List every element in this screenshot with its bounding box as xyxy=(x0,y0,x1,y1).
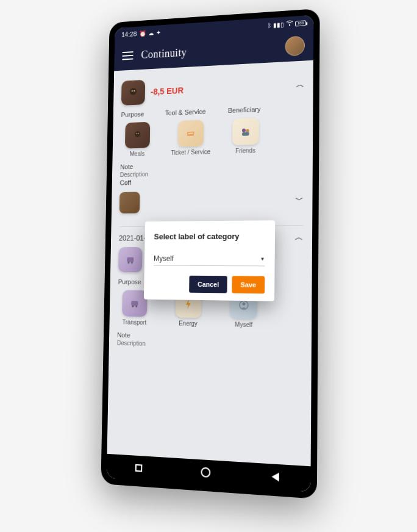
col-tool-label: Tool & Service xyxy=(165,107,218,117)
bluetooth-icon: ᛒ xyxy=(268,22,271,29)
nav-back-button[interactable] xyxy=(271,472,279,481)
nav-home-button[interactable] xyxy=(201,467,210,478)
amount-1: -8,5 EUR xyxy=(151,81,290,96)
tool-label-1: Ticket / Service xyxy=(171,148,210,156)
modal-title: Select label of category xyxy=(154,232,265,242)
transport-icon[interactable] xyxy=(118,247,143,272)
purpose-label-1: Meals xyxy=(130,150,145,157)
category-modal: Select label of category Myself ▼ Cancel… xyxy=(144,220,275,301)
chevron-down-icon: ▼ xyxy=(260,256,265,262)
svg-point-19 xyxy=(242,302,245,305)
avatar[interactable] xyxy=(285,35,305,56)
purpose-label-2: Transport xyxy=(123,318,147,326)
column-labels-1: Purpose Tool & Service Beneficiary xyxy=(121,104,305,118)
leaf-icon: ✦ xyxy=(156,29,161,35)
app-title: Continuity xyxy=(141,41,276,61)
alarm-icon: ⏰ xyxy=(139,30,146,37)
tool-label-2: Energy xyxy=(179,320,198,327)
signal-icon: ▮▮▯ xyxy=(273,21,284,28)
friends-tile-icon xyxy=(232,118,259,145)
svg-rect-15 xyxy=(131,301,138,306)
svg-point-9 xyxy=(242,129,246,132)
svg-point-4 xyxy=(135,131,140,137)
wifi-icon xyxy=(286,20,293,28)
beneficiary-label-2: Myself xyxy=(235,321,252,328)
battery-icon: 100 xyxy=(295,20,306,26)
svg-point-1 xyxy=(130,88,137,95)
svg-rect-12 xyxy=(127,257,134,262)
expand-icon[interactable]: ︿ xyxy=(294,232,303,243)
purpose-cell[interactable]: Meals xyxy=(120,121,154,157)
collapse-icon[interactable]: ︿ xyxy=(296,79,304,91)
meals-icon[interactable] xyxy=(121,80,145,106)
tool-cell[interactable]: Ticket / Service xyxy=(165,120,218,157)
svg-point-0 xyxy=(289,24,290,26)
save-button[interactable]: Save xyxy=(232,276,265,293)
nav-recent-button[interactable] xyxy=(135,464,143,472)
attachment-tile-icon[interactable] xyxy=(119,192,140,213)
screen: 14:28 ⏰ ☁ ✦ ᛒ ▮▮▯ 100 Continuity xyxy=(107,15,314,492)
svg-rect-11 xyxy=(242,132,249,135)
menu-icon[interactable] xyxy=(122,51,134,60)
dropdown-value: Myself xyxy=(154,254,174,263)
category-dropdown[interactable]: Myself ▼ xyxy=(154,254,265,267)
phone-frame: 14:28 ⏰ ☁ ✦ ᛒ ▮▮▯ 100 Continuity xyxy=(101,9,319,499)
expense-card-1: -8,5 EUR ︿ Purpose Tool & Service Benefi… xyxy=(119,68,305,217)
chevron-down-icon[interactable]: ﹀ xyxy=(295,195,304,206)
beneficiary-cell[interactable]: Friends xyxy=(227,118,264,155)
ticket-tile-icon xyxy=(178,120,204,147)
cancel-button[interactable]: Cancel xyxy=(189,276,227,293)
status-time: 14:28 xyxy=(121,31,137,38)
beneficiary-label-1: Friends xyxy=(235,147,255,154)
main-content: -8,5 EUR ︿ Purpose Tool & Service Benefi… xyxy=(107,60,313,467)
col-beneficiary-label: Beneficiary xyxy=(228,106,261,114)
col-purpose-label: Purpose xyxy=(121,110,155,118)
meals-tile-icon xyxy=(125,122,150,149)
cloud-icon: ☁ xyxy=(148,29,154,36)
svg-rect-7 xyxy=(187,132,194,136)
